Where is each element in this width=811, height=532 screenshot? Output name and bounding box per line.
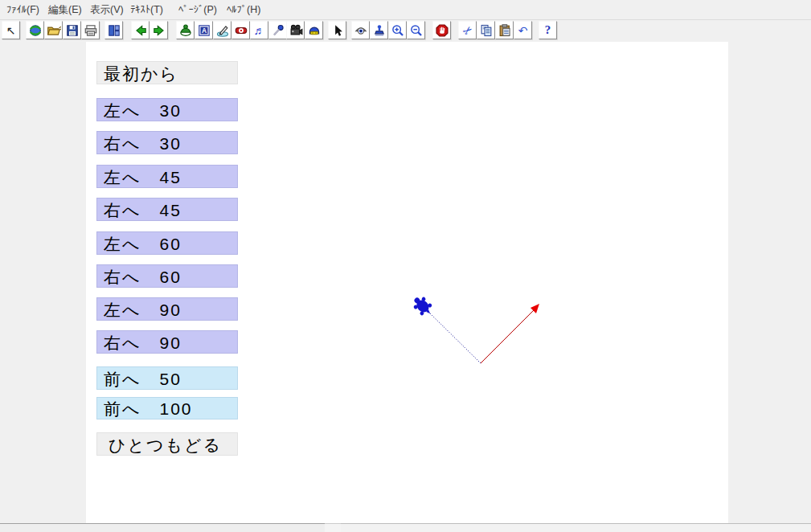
turtle-tool-button[interactable] — [176, 21, 195, 39]
copy-button[interactable] — [477, 21, 495, 39]
undo-button[interactable]: ↶ — [514, 21, 532, 39]
menu-text[interactable]: ﾃｷｽﾄ(T) — [127, 0, 166, 19]
cmd-right-30-button[interactable]: 右へ 30 — [96, 131, 238, 154]
printer-icon — [84, 23, 98, 38]
globe-home-button[interactable] — [26, 21, 44, 39]
command-panel: 最初から 左へ 30 右へ 30 左へ 45 右へ 45 左へ 60 右へ 60… — [96, 61, 238, 456]
save-button[interactable] — [63, 21, 81, 39]
helmet-icon — [307, 23, 322, 38]
print-button[interactable] — [81, 21, 100, 39]
pointer-mode-button[interactable] — [328, 21, 346, 39]
back-button[interactable] — [131, 21, 150, 39]
status-cell-right — [341, 523, 811, 532]
open-button[interactable] — [44, 21, 63, 39]
cmd-left-30-button[interactable]: 左へ 30 — [96, 98, 238, 121]
cmd-left-45-button[interactable]: 左へ 45 — [96, 165, 238, 188]
help-question-icon: ? — [545, 24, 551, 36]
microphone-icon — [271, 23, 285, 38]
page-layout-button[interactable] — [104, 21, 123, 39]
viewer-tool-button[interactable] — [305, 21, 323, 39]
cmd-undo-step-button[interactable]: ひとつもどる — [96, 432, 238, 456]
cmd-right-90-button[interactable]: 右へ 90 — [96, 330, 238, 354]
cmd-forward-50-button[interactable]: 前へ 50 — [96, 366, 238, 390]
record-tool-button[interactable] — [268, 21, 287, 39]
svg-text:A: A — [201, 26, 206, 34]
stamp-tool-button[interactable] — [370, 21, 388, 39]
zoom-in-icon — [391, 23, 405, 38]
copy-icon — [479, 23, 494, 38]
green-left-arrow-icon — [133, 23, 148, 38]
music-tool-button[interactable]: ♬ — [250, 21, 268, 39]
cmd-left-60-button[interactable]: 左へ 60 — [96, 231, 238, 255]
green-right-arrow-icon — [152, 23, 166, 38]
paste-button[interactable] — [495, 21, 514, 39]
status-bar — [0, 523, 811, 532]
turtle-sprite[interactable] — [410, 293, 436, 319]
forward-button[interactable] — [150, 21, 168, 39]
cmd-right-60-button[interactable]: 右へ 60 — [96, 264, 238, 288]
menu-view[interactable]: 表示(V) — [87, 0, 127, 19]
text-a-icon: A — [197, 23, 211, 38]
red-widget-icon — [234, 23, 248, 38]
button-widget-button[interactable] — [231, 21, 250, 39]
scissors-icon: ✂ — [460, 23, 474, 37]
stop-button[interactable] — [432, 21, 451, 39]
help-button[interactable]: ? — [539, 21, 557, 39]
page-canvas[interactable]: 最初から 左へ 30 右へ 30 左へ 45 右へ 45 左へ 60 右へ 60… — [86, 42, 728, 523]
stylus-icon — [215, 23, 230, 38]
movie-camera-icon — [289, 23, 303, 38]
cmd-forward-100-button[interactable]: 前へ 100 — [96, 397, 238, 419]
open-folder-icon — [47, 23, 61, 38]
status-cell-left — [0, 523, 325, 532]
path-segment-blue — [427, 310, 481, 363]
select-mode-button[interactable]: ↖ — [2, 21, 20, 39]
page-layout-icon — [107, 23, 121, 38]
globe-icon — [28, 23, 43, 38]
pointer-arrow-icon — [330, 23, 345, 38]
stop-hand-icon — [435, 23, 449, 38]
zoom-out-icon — [409, 23, 424, 38]
eye-icon — [354, 23, 368, 38]
paste-clipboard-icon — [498, 23, 512, 38]
zoom-out-button[interactable] — [407, 21, 425, 39]
stylus-tool-button[interactable] — [213, 21, 231, 39]
floppy-disk-icon — [65, 23, 80, 38]
cmd-right-45-button[interactable]: 右へ 45 — [96, 198, 238, 221]
cmd-reset-button[interactable]: 最初から — [96, 61, 238, 84]
menu-file[interactable]: ﾌｧｲﾙ(F) — [3, 0, 43, 19]
menu-help[interactable]: ﾍﾙﾌﾟ(H) — [223, 0, 264, 19]
turtle-icon — [178, 23, 193, 38]
movie-tool-button[interactable] — [286, 21, 305, 39]
application-window: ﾌｧｲﾙ(F) 編集(E) 表示(V) ﾃｷｽﾄ(T) ﾍﾟｰｼﾞ(P) ﾍﾙﾌ… — [0, 0, 811, 532]
cut-button[interactable]: ✂ — [458, 21, 477, 39]
text-tool-button[interactable]: A — [195, 21, 213, 39]
zoom-in-button[interactable] — [388, 21, 407, 39]
menu-page[interactable]: ﾍﾟｰｼﾞ(P) — [175, 0, 220, 19]
path-segment-red — [481, 308, 536, 363]
nw-arrow-icon: ↖ — [6, 25, 16, 36]
toolbar: ↖ — [0, 20, 811, 42]
eye-tool-button[interactable] — [351, 21, 370, 39]
menu-bar: ﾌｧｲﾙ(F) 編集(E) 表示(V) ﾃｷｽﾄ(T) ﾍﾟｰｼﾞ(P) ﾍﾙﾌ… — [0, 0, 811, 20]
status-divider — [325, 523, 341, 532]
menu-edit[interactable]: 編集(E) — [45, 0, 85, 19]
cmd-left-90-button[interactable]: 左へ 90 — [96, 297, 238, 321]
undo-arrow-icon: ↶ — [518, 25, 528, 36]
stamp-icon — [372, 23, 387, 38]
music-note-icon: ♬ — [254, 25, 265, 36]
